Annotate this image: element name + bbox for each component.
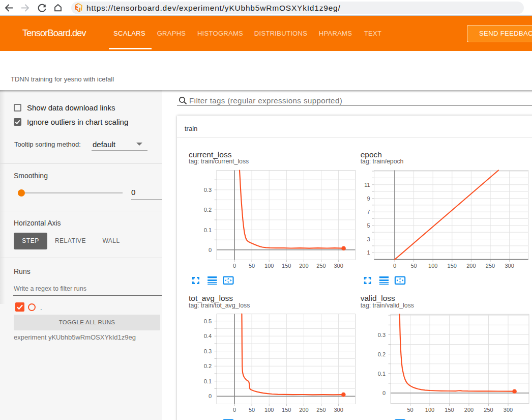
svg-text:epoch: epoch <box>361 150 382 159</box>
svg-text:0.2: 0.2 <box>204 207 212 213</box>
svg-text:150: 150 <box>282 263 291 269</box>
svg-text:7: 7 <box>367 209 370 215</box>
svg-text:0: 0 <box>393 263 396 269</box>
svg-text:150: 150 <box>282 407 291 413</box>
svg-text:300: 300 <box>334 407 343 413</box>
svg-text:0.3: 0.3 <box>204 187 212 193</box>
svg-text:current_loss: current_loss <box>189 150 232 159</box>
svg-text:0.2: 0.2 <box>204 363 212 369</box>
svg-text:0: 0 <box>233 407 236 413</box>
svg-text:250: 250 <box>484 407 493 413</box>
svg-text:0.4: 0.4 <box>204 333 212 339</box>
svg-text:300: 300 <box>504 407 513 413</box>
svg-text:tag: train/tot_avg_loss: tag: train/tot_avg_loss <box>189 302 250 309</box>
svg-text:100: 100 <box>428 263 437 269</box>
svg-text:250: 250 <box>486 263 495 269</box>
svg-text:0.1: 0.1 <box>204 378 212 384</box>
svg-text:0.1: 0.1 <box>204 227 212 233</box>
svg-text:0: 0 <box>209 247 212 253</box>
svg-text:tag: train/valid_loss: tag: train/valid_loss <box>361 302 414 309</box>
svg-text:tag: train/epoch: tag: train/epoch <box>361 158 404 165</box>
svg-text:0.2: 0.2 <box>378 351 386 357</box>
svg-text:tot_avg_loss: tot_avg_loss <box>189 294 233 302</box>
svg-text:50: 50 <box>407 407 413 413</box>
svg-text:50: 50 <box>249 263 255 269</box>
svg-text:250: 250 <box>316 407 326 413</box>
svg-text:150: 150 <box>448 263 457 269</box>
svg-text:200: 200 <box>299 263 308 269</box>
svg-text:valid_loss: valid_loss <box>361 294 395 302</box>
svg-text:150: 150 <box>445 407 454 413</box>
svg-text:200: 200 <box>466 263 476 269</box>
svg-text:0.1: 0.1 <box>378 371 386 377</box>
svg-text:0.3: 0.3 <box>378 332 386 338</box>
svg-text:250: 250 <box>316 263 326 269</box>
svg-text:0.5: 0.5 <box>204 318 212 324</box>
svg-text:0: 0 <box>233 263 236 269</box>
svg-text:100: 100 <box>264 407 274 413</box>
svg-text:0: 0 <box>382 390 386 396</box>
svg-text:200: 200 <box>464 407 474 413</box>
svg-text:0: 0 <box>209 393 212 399</box>
svg-text:tag: train/current_loss: tag: train/current_loss <box>189 158 249 165</box>
svg-text:100: 100 <box>425 407 434 413</box>
svg-text:3: 3 <box>367 236 370 242</box>
svg-text:50: 50 <box>249 407 255 413</box>
svg-text:200: 200 <box>299 407 308 413</box>
svg-text:50: 50 <box>410 263 417 269</box>
svg-text:300: 300 <box>334 263 343 269</box>
svg-text:300: 300 <box>505 263 514 269</box>
svg-text:1: 1 <box>367 249 370 256</box>
svg-text:100: 100 <box>264 263 274 269</box>
svg-text:9: 9 <box>367 195 370 202</box>
svg-text:5: 5 <box>367 222 370 229</box>
svg-text:11: 11 <box>364 182 370 188</box>
svg-text:0.3: 0.3 <box>204 348 212 354</box>
